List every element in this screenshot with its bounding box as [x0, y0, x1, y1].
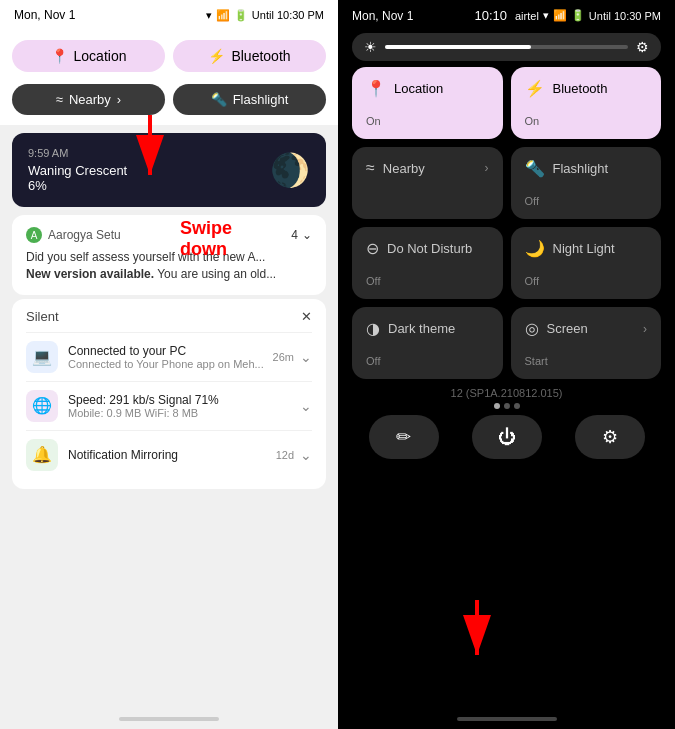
- mirroring-icon: 🔔: [26, 439, 58, 471]
- speed-icon: 🌐: [26, 390, 58, 422]
- do-not-disturb-tile[interactable]: ⊖ Do Not Disturb Off: [352, 227, 503, 299]
- left-status-bar: Mon, Nov 1 ▾ 📶 🔋 Until 10:30 PM: [0, 0, 338, 30]
- bluetooth-tile-title: Bluetooth: [553, 81, 608, 96]
- pc-icon: 💻: [26, 341, 58, 373]
- brightness-bar[interactable]: [385, 45, 628, 49]
- notif-app-name: A Aarogya Setu: [26, 227, 121, 243]
- bluetooth-icon: ⚡: [208, 48, 225, 64]
- silent-title: Silent: [26, 309, 59, 324]
- chevron-down-icon: ⌄: [302, 228, 312, 242]
- night-light-tile-icon: 🌙: [525, 239, 545, 258]
- screen-record-tile[interactable]: ◎ Screen › Start: [511, 307, 662, 379]
- nearby-arrow-icon: ›: [117, 92, 121, 107]
- swipe-down-label: Swipe down: [180, 218, 232, 260]
- right-alarm: Until 10:30 PM: [589, 10, 661, 22]
- close-icon[interactable]: ✕: [301, 309, 312, 324]
- pc-connection-left: 💻 Connected to your PC Connected to Your…: [26, 341, 264, 373]
- bluetooth-tile[interactable]: ⚡ Bluetooth On: [511, 67, 662, 139]
- build-info: 12 (SP1A.210812.015): [338, 387, 675, 399]
- nearby-tile-title: Nearby: [383, 161, 425, 176]
- moon-phase-icon: 🌒: [270, 151, 310, 189]
- right-status-bar: Mon, Nov 1 10:10 airtel ▾ 📶 🔋 Until 10:3…: [338, 0, 675, 27]
- left-panel: Mon, Nov 1 ▾ 📶 🔋 Until 10:30 PM 📍 Locati…: [0, 0, 338, 729]
- settings-brightness-icon[interactable]: ⚙: [636, 39, 649, 55]
- edit-icon: ✏: [396, 426, 411, 448]
- mirroring-right: 12d ⌄: [276, 447, 312, 463]
- quick-toggles-row: 📍 Location ⚡ Bluetooth: [0, 30, 338, 80]
- night-light-tile-top: 🌙 Night Light: [525, 239, 648, 258]
- speed-title: Speed: 291 kb/s Signal 71%: [68, 393, 219, 407]
- right-carrier: airtel: [515, 10, 539, 22]
- bluetooth-toggle[interactable]: ⚡ Bluetooth: [173, 40, 326, 72]
- gear-icon: ⚙: [602, 426, 618, 448]
- dnd-tile-subtitle: Off: [366, 275, 489, 287]
- speed-left: 🌐 Speed: 291 kb/s Signal 71% Mobile: 0.9…: [26, 390, 219, 422]
- screen-tile-arrow-icon: ›: [643, 322, 647, 336]
- notification-mirroring-item[interactable]: 🔔 Notification Mirroring 12d ⌄: [26, 430, 312, 479]
- notif-line1: Did you self assess yourself with the ne…: [26, 249, 312, 266]
- night-light-tile[interactable]: 🌙 Night Light Off: [511, 227, 662, 299]
- dnd-tile-title: Do Not Disturb: [387, 241, 472, 256]
- flashlight-tile-subtitle: Off: [525, 195, 648, 207]
- nearby-label: Nearby: [69, 92, 111, 107]
- bluetooth-tile-top: ⚡ Bluetooth: [525, 79, 648, 98]
- nearby-tile-arrow-icon: ›: [485, 161, 489, 175]
- edit-button[interactable]: ✏: [369, 415, 439, 459]
- speed-subtitle: Mobile: 0.9 MB WiFi: 8 MB: [68, 407, 219, 419]
- flashlight-tile[interactable]: 🔦 Flashlight Off: [511, 147, 662, 219]
- dark-theme-tile[interactable]: ◑ Dark theme Off: [352, 307, 503, 379]
- location-tile[interactable]: 📍 Location On: [352, 67, 503, 139]
- flashlight-tile-icon: 🔦: [525, 159, 545, 178]
- flashlight-icon: 🔦: [211, 92, 227, 107]
- right-panel: Mon, Nov 1 10:10 airtel ▾ 📶 🔋 Until 10:3…: [338, 0, 675, 729]
- wifi-icon-right: ▾: [543, 9, 549, 22]
- screen-tile-icon: ◎: [525, 319, 539, 338]
- brightness-icon: ☀: [364, 39, 377, 55]
- right-time: 10:10: [474, 8, 507, 23]
- wifi-icon: ▾: [206, 9, 212, 22]
- screen-tile-subtitle: Start: [525, 355, 648, 367]
- nearby-icon: ≈: [56, 92, 63, 107]
- location-toggle[interactable]: 📍 Location: [12, 40, 165, 72]
- bluetooth-tile-subtitle: On: [525, 115, 648, 127]
- swipe-down-annotation: Swipe down: [120, 110, 180, 194]
- notif-line2-regular: You are using an old...: [157, 267, 276, 281]
- battery-icon-right: 🔋: [571, 9, 585, 22]
- notif-count: 4 ⌄: [291, 228, 312, 242]
- speed-item[interactable]: 🌐 Speed: 291 kb/s Signal 71% Mobile: 0.9…: [26, 381, 312, 430]
- nearby-tile-icon: ≈: [366, 159, 375, 177]
- tiles-grid: 📍 Location On ⚡ Bluetooth On ≈ Nearby › …: [352, 67, 661, 379]
- moon-info: 9:59 AM Waning Crescent 6%: [28, 147, 127, 193]
- pc-connection-title: Connected to your PC: [68, 344, 264, 358]
- notif-line2-bold: New version available.: [26, 267, 154, 281]
- edit-arrow-annotation: [447, 595, 507, 669]
- signal-icon: 📶: [216, 9, 230, 22]
- brightness-row[interactable]: ☀ ⚙: [352, 33, 661, 61]
- location-tile-icon: 📍: [366, 79, 386, 98]
- notification-card[interactable]: A Aarogya Setu 4 ⌄ Did you self assess y…: [12, 215, 326, 295]
- nearby-tile[interactable]: ≈ Nearby ›: [352, 147, 503, 219]
- flashlight-label: Flashlight: [233, 92, 289, 107]
- pc-connection-item[interactable]: 💻 Connected to your PC Connected to Your…: [26, 332, 312, 381]
- nearby-tile-top: ≈ Nearby ›: [366, 159, 489, 177]
- location-icon: 📍: [51, 48, 68, 64]
- mirroring-time: 12d: [276, 449, 294, 461]
- settings-button[interactable]: ⚙: [575, 415, 645, 459]
- signal-icon-right: 📶: [553, 9, 567, 22]
- power-icon: ⏻: [498, 427, 516, 448]
- screen-tile-title: Screen: [547, 321, 588, 336]
- pc-connection-subtitle: Connected to Your Phone app on Meh...: [68, 358, 264, 370]
- bottom-controls: ✏ ⏻ ⚙: [352, 415, 661, 459]
- moon-timestamp: 9:59 AM: [28, 147, 127, 159]
- night-light-tile-subtitle: Off: [525, 275, 648, 287]
- moon-phase: Waning Crescent: [28, 163, 127, 178]
- aarogya-setu-icon: A: [26, 227, 42, 243]
- location-tile-title: Location: [394, 81, 443, 96]
- flashlight-toggle[interactable]: 🔦 Flashlight: [173, 84, 326, 115]
- home-indicator: [119, 717, 219, 721]
- dark-theme-tile-top: ◑ Dark theme: [366, 319, 489, 338]
- speed-text: Speed: 291 kb/s Signal 71% Mobile: 0.9 M…: [68, 393, 219, 419]
- location-tile-subtitle: On: [366, 115, 489, 127]
- page-dots: [338, 403, 675, 409]
- power-button[interactable]: ⏻: [472, 415, 542, 459]
